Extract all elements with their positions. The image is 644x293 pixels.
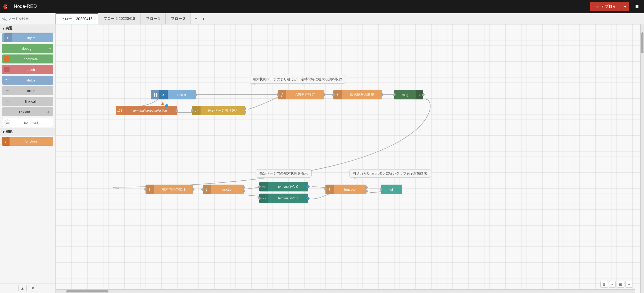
main-area: ▾ 共通 ➤ inject debug ≡ ! complete ! catch… <box>0 24 644 293</box>
terminfo0-code-icon: </> <box>261 185 266 188</box>
sidebar-item-status[interactable]: 〜 status <box>2 76 53 85</box>
linkin-label: link in <box>11 89 51 93</box>
catch-label: catch <box>11 68 51 72</box>
tab-label: フロー 2 20220418 <box>103 16 135 21</box>
flow-node-terminfo0[interactable]: </> terminal info 0 <box>259 182 308 191</box>
horizontal-scroll-thumb[interactable] <box>66 290 108 292</box>
catch-exclaim-icon: ! <box>4 67 10 72</box>
kick-arrow-icon: ➤ <box>162 93 165 97</box>
sidebar-item-linkcall[interactable]: ⇌ link call <box>2 97 53 106</box>
comment-text-3: 押されたChartボタンに従いグラフ表示対象端末 <box>353 171 427 175</box>
header: Node-RED ⇒ デプロイ ▾ ≡ <box>0 0 644 13</box>
canvas-controls: ⊟ − ⊞ + <box>600 281 632 288</box>
flow-node-api[interactable]: ƒ API発行設定 <box>278 90 324 99</box>
linkin-arrow-icon: ⇒ <box>4 88 11 94</box>
linkout-label: link out <box>4 110 45 114</box>
linkcall-icon: ⇌ <box>4 98 11 104</box>
flow-node-function1[interactable]: ƒ function <box>203 185 244 194</box>
complete-exclaim-icon: ! <box>4 56 10 62</box>
tab-flow1-20220418[interactable]: フロー 1 20220418 <box>56 13 98 24</box>
deploy-button[interactable]: ⇒ デプロイ <box>590 2 621 11</box>
switch-icon: ⇄ <box>195 109 198 113</box>
sidebar-bottom-nav: ▲ ▼ <box>0 283 55 293</box>
comment-bubble-icon: 💬 <box>4 120 10 125</box>
tgs-label: terminal group selection <box>123 109 177 112</box>
hamburger-menu-button[interactable]: ≡ <box>633 2 641 11</box>
complete-label: complete <box>11 57 51 61</box>
status-label: status <box>11 78 51 82</box>
linkcall-label: link call <box>11 99 51 103</box>
msg-label: msg <box>394 93 416 97</box>
flow-node-terminal-info-get[interactable]: ƒ 端末情報の取得 <box>333 90 382 99</box>
flow-node-msg[interactable]: msg ≡ <box>394 90 423 99</box>
connections-svg <box>56 24 640 293</box>
tabs-chevron-button[interactable]: ▾ <box>200 16 207 21</box>
sidebar-section-kyotsu[interactable]: ▾ 共通 <box>0 24 55 33</box>
debug-lines-icon: ≡ <box>49 47 51 50</box>
terminfo1-code-icon: </> <box>261 197 266 200</box>
tabs-bar: 🔍 フロー 1 20220418 フロー 2 20220418 フロー 1 フロ… <box>0 13 644 24</box>
function1-label: function <box>211 187 244 191</box>
sidebar-item-catch[interactable]: ! catch <box>2 65 53 74</box>
sidebar-item-inject[interactable]: ➤ inject <box>2 33 53 42</box>
canvas-zoom-in-button[interactable]: + <box>625 281 632 288</box>
sidebar-section-kino[interactable]: ▾ 機能 <box>0 128 55 136</box>
deploy-icon: ⇒ <box>595 4 598 9</box>
flow-node-format[interactable]: ƒ 端末情報の整形 <box>146 185 193 194</box>
deploy-label: デプロイ <box>601 4 616 9</box>
blue-dot-indicator <box>165 104 168 107</box>
canvas-layout-button[interactable]: ⊟ <box>600 281 608 288</box>
flow-node-function2[interactable]: ƒ function <box>325 185 366 194</box>
flow-node-terminfo1[interactable]: </> terminal info 1 <box>259 194 308 203</box>
num-badge: 123 <box>116 106 123 115</box>
vertical-scrollbar[interactable] <box>640 24 644 293</box>
tab-label: フロー 1 <box>146 16 160 21</box>
search-input[interactable] <box>8 17 53 21</box>
add-tab-button[interactable]: + <box>192 16 200 22</box>
canvas-area[interactable]: 端末状態ページの切り替えか一定時間毎に端末状態を取得 指定ページ内の端末状態を表… <box>56 24 640 293</box>
canvas-zoom-out-button[interactable]: − <box>609 281 616 288</box>
tab-flow2-20220418[interactable]: フロー 2 20220418 <box>98 13 141 24</box>
api-f-icon: ƒ <box>281 93 283 97</box>
msg-lines-icon: ≡ <box>419 93 420 97</box>
canvas-horizontal-scrollbar[interactable] <box>56 289 635 293</box>
sidebar-scroll-down-button[interactable]: ▼ <box>29 285 37 291</box>
terminfo1-label: terminal info 1 <box>268 196 308 200</box>
page-switch-label: 表示ページ切り替え <box>201 108 245 113</box>
flow-node-tgs[interactable]: 123 terminal group selection <box>116 106 177 115</box>
comment-text-1: 端末状態ページの切り替えか一定時間毎に端末状態を取得 <box>253 77 342 81</box>
debug-label: debug <box>4 47 49 51</box>
linkout-arrow-icon: ⇒ <box>45 109 51 115</box>
flow-node-kick[interactable]: ▐▐ ➤ kick ↺ <box>151 90 196 99</box>
search-icon: 🔍 <box>2 17 7 21</box>
app-title: Node-RED <box>14 4 37 9</box>
tab-flow1[interactable]: フロー 1 <box>141 13 166 24</box>
func1-f-icon: ƒ <box>206 187 208 191</box>
sidebar-item-linkout[interactable]: link out ⇒ <box>2 107 53 116</box>
format-f-icon: ƒ <box>149 187 151 191</box>
terminfo0-label: terminal info 0 <box>268 185 308 189</box>
sidebar-item-debug[interactable]: debug ≡ <box>2 44 53 53</box>
inject-arrow-icon: ➤ <box>6 36 10 40</box>
format-label: 端末情報の整形 <box>154 187 193 192</box>
sidebar-item-linkin[interactable]: ⇒ link in <box>2 86 53 95</box>
comment-label: comment <box>11 121 51 125</box>
deploy-dropdown-button[interactable]: ▾ <box>621 2 629 11</box>
flow-node-ui[interactable]: ui <box>381 185 402 194</box>
section-label: 共通 <box>6 26 12 31</box>
sidebar-search-area: 🔍 <box>0 13 56 24</box>
tanmatsu-label: 端末情報の取得 <box>342 92 382 97</box>
kick-label: kick ↺ <box>168 93 196 97</box>
sidebar-item-function[interactable]: ƒ function <box>2 137 53 146</box>
sidebar-item-complete[interactable]: ! complete <box>2 54 53 63</box>
vertical-scroll-thumb[interactable] <box>641 32 643 53</box>
status-wave-icon: 〜 <box>4 77 10 83</box>
comment-bubble-1: 端末状態ページの切り替えか一定時間毎に端末状態を取得 <box>249 75 346 84</box>
canvas-fit-button[interactable]: ⊞ <box>617 281 624 288</box>
flow-node-page-switch[interactable]: ⇄ 表示ページ切り替え <box>192 106 245 115</box>
sidebar-item-comment[interactable]: 💬 comment <box>2 118 53 127</box>
tab-flow2[interactable]: フロー 2 <box>166 13 191 24</box>
inject-label: inject <box>12 36 51 40</box>
sidebar-scroll-up-button[interactable]: ▲ <box>18 285 27 291</box>
func2-f-icon: ƒ <box>329 187 331 191</box>
